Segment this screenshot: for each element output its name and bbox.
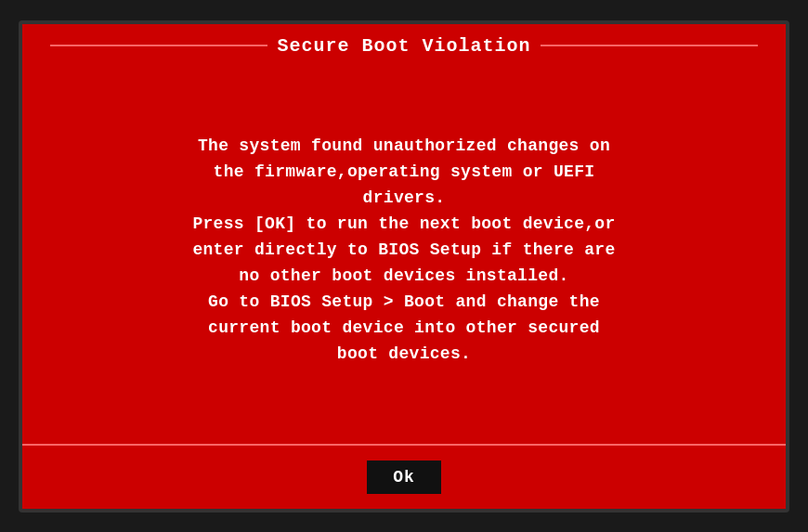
message-line7: Go to BIOS Setup > Boot and change the — [208, 292, 600, 311]
screen-container: Secure Boot Violation The system found u… — [19, 20, 789, 513]
title-bar: Secure Boot Violation — [22, 24, 786, 68]
ok-button[interactable]: Ok — [367, 461, 441, 494]
message-line8: current boot device into other secured — [208, 318, 600, 337]
window-title: Secure Boot Violation — [277, 35, 530, 57]
message-body: The system found unauthorized changes on… — [192, 134, 615, 367]
message-line3: drivers. — [363, 188, 446, 207]
message-line6: no other boot devices installed. — [239, 266, 568, 285]
message-line1: The system found unauthorized changes on — [198, 136, 610, 155]
message-line4: Press [OK] to run the next boot device,o… — [192, 214, 615, 233]
footer-bar: Ok — [22, 444, 786, 509]
main-content: The system found unauthorized changes on… — [22, 68, 786, 444]
message-line9: boot devices. — [337, 344, 471, 363]
message-line2: the firmware,operating system or UEFI — [214, 162, 595, 181]
message-line5: enter directly to BIOS Setup if there ar… — [192, 240, 615, 259]
